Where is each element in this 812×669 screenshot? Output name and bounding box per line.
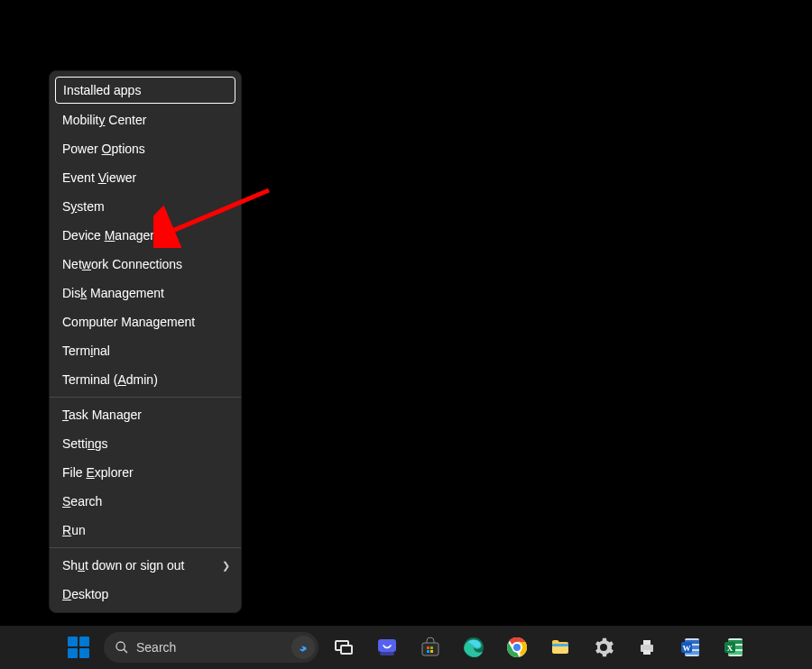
menu-item-mobility-center[interactable]: Mobility Center [50,105,241,134]
word-icon: W [679,637,701,658]
chat-icon [376,637,398,658]
menu-item-accel: M [105,228,115,243]
menu-item-post: Management [87,286,164,300]
menu-item-accel: n [88,436,95,451]
menu-item-post: ask Manager [69,408,142,422]
menu-item-post: ork Connections [91,257,182,271]
taskbar-search[interactable]: Search [104,632,318,663]
file-explorer-button[interactable] [542,629,578,665]
microsoft-store-button[interactable] [412,629,448,665]
menu-item-post: t down or sign out [85,558,185,573]
word-button[interactable]: W [672,629,708,665]
taskbar-search-label: Search [136,640,284,655]
menu-item-post: dmin) [126,372,158,387]
edge-button[interactable] [456,629,492,665]
menu-item-post: earch [70,494,102,509]
menu-item-terminal[interactable]: Terminal [50,336,241,365]
excel-button[interactable]: X [715,629,752,665]
menu-item-pre: Device [62,228,105,243]
menu-item-shutdown-signout[interactable]: Shut down or sign out ❯ [50,551,241,580]
menu-item-event-viewer[interactable]: Event Viewer [50,163,241,192]
menu-item-pre: Mobilit [62,113,98,127]
taskbar[interactable]: Search [0,626,812,669]
menu-item-accel: w [82,257,91,271]
svg-rect-5 [341,646,352,654]
menu-item-pre: Term [62,344,90,358]
menu-item-accel: D [62,587,71,601]
menu-item-search[interactable]: Search [50,487,241,516]
edge-icon [463,637,484,658]
printer-icon [636,637,658,658]
menu-item-post: iewer [106,170,136,185]
menu-item-installed-apps[interactable]: Installed apps [55,77,235,104]
menu-item-accel: A [117,372,125,387]
menu-item-settings[interactable]: Settings [50,429,241,458]
menu-item-accel: V [98,170,106,185]
menu-item-post: stem [77,199,104,214]
menu-item-post: ptions [111,142,144,156]
svg-rect-9 [427,646,429,649]
svg-point-16 [513,644,521,651]
menu-item-terminal-admin[interactable]: Terminal (Admin) [50,365,241,394]
settings-button[interactable] [586,629,622,665]
menu-item-accel: R [62,523,71,537]
menu-item-accel: O [102,142,112,156]
svg-rect-18 [552,644,568,646]
windows-logo-icon [68,637,89,658]
menu-item-run[interactable]: Run [50,516,241,545]
menu-item-task-manager[interactable]: Task Manager [50,400,241,429]
excel-icon: X [723,637,744,658]
svg-rect-12 [430,650,433,653]
menu-item-desktop[interactable]: Desktop [50,580,241,609]
menu-item-file-explorer[interactable]: File Explorer [50,458,241,487]
menu-item-computer-management[interactable]: Computer Management [50,307,241,336]
svg-text:X: X [727,644,734,653]
search-icon [115,640,129,655]
menu-item-post: Center [105,113,146,127]
menu-item-post: Installed apps [63,83,141,97]
folder-icon [549,637,571,658]
menu-item-power-options[interactable]: Power Options [50,134,241,163]
chrome-button[interactable] [499,629,535,665]
menu-item-system[interactable]: System [50,192,241,221]
menu-item-network-connections[interactable]: Network Connections [50,250,241,279]
menu-item-disk-management[interactable]: Disk Management [50,279,241,307]
menu-item-pre: Computer Mana [62,315,152,329]
menu-item-pre: Dis [62,286,80,300]
task-view-button[interactable] [326,629,362,665]
menu-item-pre: Net [62,257,82,271]
menu-item-post: nal [93,344,110,358]
taskbar-center: Search [60,629,752,665]
menu-item-accel: S [62,494,70,509]
svg-rect-10 [430,646,433,649]
start-button[interactable] [60,629,97,665]
chrome-icon [506,637,528,658]
menu-item-post: gs [95,436,108,451]
store-icon [420,637,441,658]
winx-context-menu[interactable]: Installed apps Mobility Center Power Opt… [49,70,242,613]
printer-button[interactable] [629,629,665,665]
chat-button[interactable] [369,629,405,665]
menu-separator [50,397,241,398]
menu-item-post: ement [160,315,195,329]
svg-rect-21 [643,650,651,655]
svg-rect-6 [378,639,396,652]
menu-item-post: anager [115,228,154,243]
svg-rect-20 [643,640,651,645]
menu-item-accel: u [78,558,85,573]
menu-item-device-manager[interactable]: Device Manager [50,221,241,250]
menu-item-post: xplorer [95,465,134,480]
gear-icon [593,637,614,658]
menu-item-pre: Terminal ( [62,372,117,387]
menu-item-post: esktop [71,587,108,601]
menu-item-pre: File [62,465,86,480]
task-view-icon [333,637,355,658]
menu-item-pre: Power [62,142,102,156]
menu-item-pre: S [62,199,70,214]
svg-line-3 [124,649,127,653]
svg-rect-7 [380,652,394,655]
bing-icon[interactable] [291,636,315,659]
svg-point-2 [116,642,125,650]
menu-item-pre: Event [62,170,98,185]
menu-separator [50,547,241,548]
